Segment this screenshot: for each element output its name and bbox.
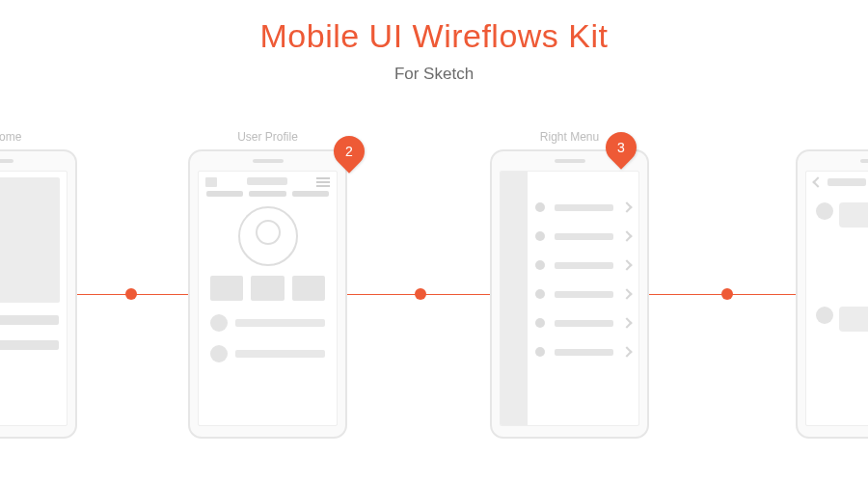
nav-left-placeholder	[205, 177, 217, 187]
menu-list	[535, 193, 631, 366]
nav-title-placeholder	[827, 178, 866, 186]
chat-bubble-placeholder	[806, 297, 868, 332]
marker-number: 3	[617, 140, 625, 155]
chat-bubble-placeholder	[806, 262, 868, 297]
avatar-placeholder	[816, 307, 833, 324]
list-item	[199, 301, 337, 332]
screen-label: Welcome	[0, 130, 75, 144]
chat-bubble-placeholder	[806, 332, 868, 366]
menu-item-placeholder	[535, 222, 631, 251]
phone-speaker	[253, 159, 284, 163]
menu-item-placeholder	[535, 193, 631, 222]
chat-bubble-placeholder	[806, 193, 868, 228]
menu-item-placeholder	[535, 308, 631, 337]
tab-bar-placeholder	[199, 191, 337, 197]
avatar-placeholder	[238, 206, 298, 266]
wireframe-phone-profile: User Profile	[188, 149, 347, 439]
nav-bar-placeholder	[199, 172, 337, 191]
screen-label: User Profile	[190, 130, 345, 144]
avatar-placeholder	[816, 202, 833, 220]
menu-item-placeholder	[535, 337, 631, 366]
chevron-right-icon	[621, 317, 632, 328]
page-title: Mobile UI Wireflows Kit	[0, 17, 868, 55]
wireflow-diagram: Welcome User Profile Right Menu	[0, 149, 868, 458]
menu-item-placeholder	[535, 251, 631, 280]
flow-node-dot	[125, 288, 137, 300]
list-item	[0, 328, 67, 353]
chevron-right-icon	[621, 288, 632, 299]
phone-speaker	[0, 159, 14, 163]
chevron-right-icon	[621, 259, 632, 270]
wireframe-phone-welcome: Welcome	[0, 149, 77, 439]
chat-bubble-placeholder	[806, 228, 868, 262]
list-item	[199, 332, 337, 362]
phone-screen	[0, 171, 68, 426]
wireframe-phone-chat	[796, 149, 868, 439]
back-icon	[812, 176, 823, 187]
header: Mobile UI Wireflows Kit For Sketch	[0, 0, 868, 84]
flow-node-dot	[721, 288, 733, 300]
chevron-right-icon	[621, 201, 632, 212]
phone-speaker	[555, 159, 585, 163]
nav-title-placeholder	[247, 177, 287, 185]
menu-item-placeholder	[535, 280, 631, 308]
list-item	[0, 303, 67, 328]
phone-screen	[500, 171, 639, 426]
chevron-right-icon	[621, 230, 632, 241]
side-panel-placeholder	[501, 172, 528, 425]
hamburger-icon	[316, 177, 330, 187]
hero-placeholder	[0, 177, 60, 303]
phone-screen	[805, 171, 868, 426]
wireframe-phone-menu: Right Menu	[490, 149, 649, 439]
nav-bar-placeholder	[806, 172, 868, 193]
chevron-right-icon	[621, 346, 632, 357]
flow-node-dot	[415, 288, 426, 300]
phone-screen	[198, 171, 338, 426]
page-subtitle: For Sketch	[0, 65, 868, 84]
marker-number: 2	[345, 144, 353, 159]
stats-row-placeholder	[199, 276, 337, 301]
phone-speaker	[860, 159, 869, 163]
